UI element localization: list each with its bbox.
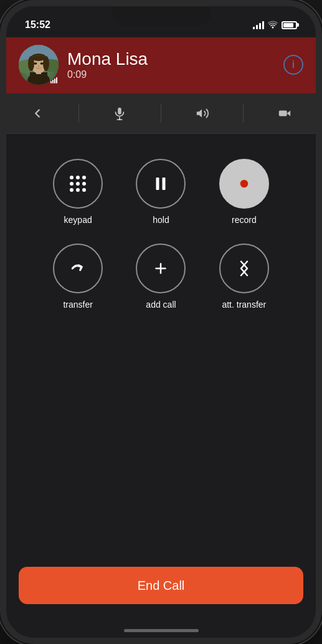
caller-name: Mona Lisa xyxy=(67,49,148,69)
svg-rect-20 xyxy=(163,178,166,190)
hold-action[interactable]: hold xyxy=(126,159,196,225)
att-transfer-circle xyxy=(219,244,269,293)
svg-marker-18 xyxy=(286,110,290,116)
att-transfer-label: att. transfer xyxy=(222,300,266,310)
silent-button[interactable] xyxy=(0,75,1,97)
record-circle xyxy=(219,159,269,209)
svg-rect-19 xyxy=(156,178,159,190)
keypad-action[interactable]: keypad xyxy=(43,159,113,225)
keypad-dots xyxy=(70,176,86,192)
att-transfer-action[interactable]: att. transfer xyxy=(209,244,279,310)
add-call-action[interactable]: add call xyxy=(126,244,196,310)
toolbar-divider-2 xyxy=(161,104,161,123)
svg-marker-16 xyxy=(196,110,201,118)
caller-left: Mona Lisa 0:09 xyxy=(19,45,148,85)
avatar-container xyxy=(19,45,59,85)
home-indicator xyxy=(6,623,316,638)
toolbar-divider-3 xyxy=(243,104,244,123)
status-icons xyxy=(253,20,297,31)
end-call-container: End Call xyxy=(6,567,316,623)
hold-label: hold xyxy=(153,215,169,225)
speaker-button[interactable] xyxy=(181,100,224,127)
status-time: 15:52 xyxy=(25,19,50,31)
toolbar-divider-1 xyxy=(78,104,79,123)
battery-icon xyxy=(282,21,297,29)
info-icon: i xyxy=(292,59,295,70)
add-call-label: add call xyxy=(146,300,176,310)
volume-down-button[interactable] xyxy=(0,149,1,181)
transfer-action[interactable]: transfer xyxy=(43,244,113,310)
add-call-circle xyxy=(136,244,186,293)
home-bar xyxy=(124,629,199,632)
info-button[interactable]: i xyxy=(283,55,303,75)
keypad-circle xyxy=(53,159,103,209)
video-button[interactable] xyxy=(263,100,306,127)
record-label: record xyxy=(232,215,257,225)
mic-button[interactable] xyxy=(98,100,141,127)
back-button[interactable] xyxy=(16,100,59,127)
svg-rect-17 xyxy=(278,110,286,116)
caller-info: Mona Lisa 0:09 xyxy=(67,49,148,80)
notch xyxy=(111,6,211,25)
hold-circle xyxy=(136,159,186,209)
toolbar xyxy=(6,93,316,134)
svg-rect-13 xyxy=(118,108,122,115)
phone-frame: 15:52 xyxy=(0,0,322,644)
svg-point-21 xyxy=(240,180,249,188)
signal-overlay xyxy=(50,77,57,83)
end-call-label: End Call xyxy=(138,579,185,593)
record-action[interactable]: record xyxy=(209,159,279,225)
transfer-circle xyxy=(53,244,103,293)
main-content: keypad hold record xyxy=(6,134,316,567)
svg-point-11 xyxy=(34,62,37,65)
svg-point-10 xyxy=(31,54,46,61)
caller-header: Mona Lisa 0:09 i xyxy=(6,37,316,93)
wifi-icon xyxy=(268,20,278,31)
transfer-label: transfer xyxy=(63,300,92,310)
end-call-button[interactable]: End Call xyxy=(19,567,303,604)
actions-grid: keypad hold record xyxy=(43,159,280,310)
signal-bars xyxy=(253,21,264,29)
svg-point-12 xyxy=(40,62,44,65)
svg-rect-23 xyxy=(156,268,167,270)
call-duration: 0:09 xyxy=(67,69,148,80)
volume-up-button[interactable] xyxy=(0,112,1,143)
keypad-label: keypad xyxy=(64,215,92,225)
